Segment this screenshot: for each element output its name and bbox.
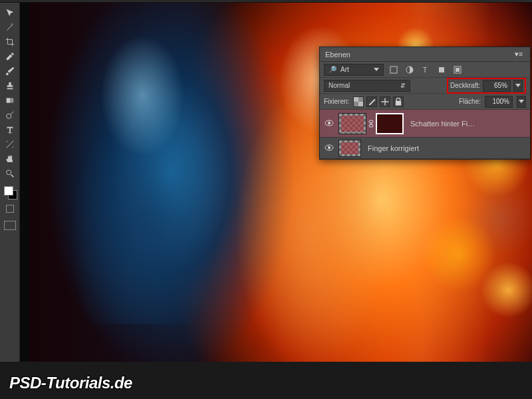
- opacity-highlight: Deckkraft:: [447, 78, 526, 94]
- svg-point-15: [328, 122, 331, 124]
- lock-transparency-icon[interactable]: [353, 96, 364, 107]
- move-tool[interactable]: [2, 5, 18, 20]
- filter-pixel-icon[interactable]: [388, 65, 400, 75]
- filter-adjust-icon[interactable]: [404, 65, 416, 75]
- svg-text:T: T: [423, 66, 427, 74]
- chevron-down-icon: [519, 100, 524, 103]
- color-swatch[interactable]: [3, 185, 17, 200]
- figure-left: [69, 31, 215, 324]
- panel-menu-icon[interactable]: ▾≡: [513, 50, 525, 59]
- path-tool[interactable]: [2, 137, 18, 152]
- blend-mode-value: Normal: [329, 82, 350, 89]
- layer-mask-thumb[interactable]: [338, 113, 366, 134]
- visibility-eye-icon[interactable]: [325, 120, 334, 128]
- svg-rect-7: [439, 67, 444, 72]
- layer-name[interactable]: Schatten hinter Fi…: [404, 120, 530, 128]
- lock-fill-row: Fixieren: Fläche:: [320, 94, 530, 110]
- visibility-eye-icon[interactable]: [325, 144, 334, 152]
- filter-shape-icon[interactable]: [436, 65, 448, 75]
- svg-rect-11: [354, 97, 358, 102]
- panel-tabbar: Ebenen ▾≡: [320, 47, 530, 62]
- lock-all-icon[interactable]: [393, 96, 404, 107]
- blend-mode-select[interactable]: Normal ⇵: [324, 80, 410, 92]
- stamp-tool[interactable]: [2, 78, 18, 93]
- dodge-tool[interactable]: [2, 108, 18, 122]
- wand-tool[interactable]: [2, 20, 18, 35]
- type-tool[interactable]: [2, 122, 18, 137]
- svg-rect-4: [390, 66, 397, 73]
- crop-tool[interactable]: [2, 35, 18, 49]
- lock-buttons: [353, 96, 404, 107]
- fill-label: Fläche:: [459, 98, 481, 105]
- opacity-label: Deckkraft:: [450, 82, 480, 89]
- chevron-down-icon: [374, 68, 379, 71]
- quick-mask-toggle[interactable]: [3, 205, 17, 215]
- eyedropper-tool[interactable]: [2, 49, 18, 64]
- svg-rect-12: [358, 102, 363, 106]
- svg-point-20: [328, 146, 331, 149]
- fill-input[interactable]: [485, 96, 513, 108]
- svg-point-3: [6, 170, 11, 175]
- opacity-dropdown[interactable]: [513, 80, 523, 92]
- hand-tool[interactable]: [2, 152, 18, 166]
- layer-name[interactable]: Finger korrigiert: [361, 144, 530, 152]
- tools-toolbar: [0, 3, 20, 362]
- layer-filter-row: 🔎Art T: [320, 62, 530, 78]
- svg-rect-13: [396, 100, 401, 105]
- layer-row[interactable]: Schatten hinter Fi…: [320, 110, 530, 138]
- brush-tool[interactable]: [2, 64, 18, 78]
- layers-list: Schatten hinter Fi… Finger korrigiert: [320, 110, 530, 159]
- lock-position-icon[interactable]: [380, 96, 390, 107]
- panel-title[interactable]: Ebenen: [325, 51, 350, 59]
- mask-link-icon[interactable]: [366, 120, 376, 128]
- filter-kind-label: Art: [340, 66, 349, 73]
- blend-opacity-row: Normal ⇵ Deckkraft:: [320, 78, 530, 94]
- svg-point-2: [6, 114, 11, 118]
- layer-filter-kind[interactable]: 🔎Art: [324, 64, 384, 76]
- foreground-color[interactable]: [4, 186, 13, 196]
- watermark: PSD-Tutorials.de: [9, 374, 132, 392]
- opacity-input[interactable]: [483, 80, 511, 92]
- lock-pixels-icon[interactable]: [366, 96, 377, 107]
- svg-rect-1: [6, 98, 9, 103]
- lock-label: Fixieren:: [324, 98, 349, 105]
- filter-smart-icon[interactable]: [452, 65, 464, 75]
- layer-row[interactable]: Finger korrigiert: [320, 138, 530, 159]
- gradient-tool[interactable]: [2, 93, 18, 108]
- screen-mode-toggle[interactable]: [4, 221, 16, 230]
- fill-dropdown[interactable]: [517, 96, 526, 108]
- chevron-down-icon: [515, 84, 521, 87]
- layers-panel: Ebenen ▾≡ 🔎Art T Normal ⇵ Deckkraft: Fix…: [319, 47, 531, 160]
- svg-rect-9: [456, 68, 460, 72]
- layer-thumb[interactable]: [376, 113, 404, 134]
- zoom-tool[interactable]: [2, 166, 18, 181]
- layer-mask-thumb[interactable]: [338, 140, 361, 157]
- filter-type-icon[interactable]: T: [420, 65, 432, 75]
